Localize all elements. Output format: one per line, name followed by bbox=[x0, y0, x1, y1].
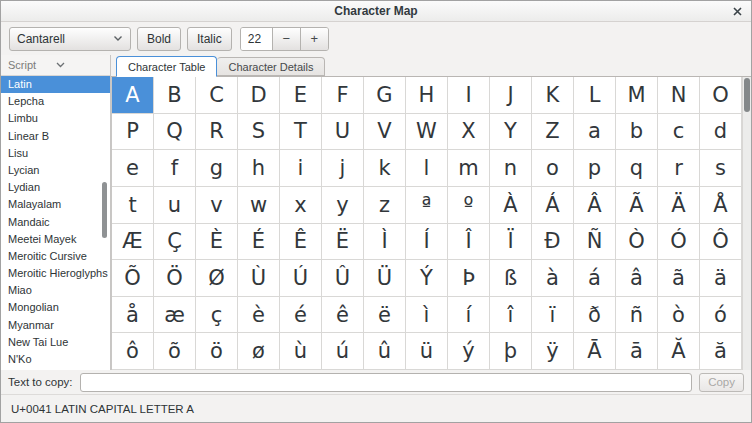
character-cell[interactable]: Ā bbox=[574, 333, 616, 370]
character-cell[interactable]: U bbox=[322, 114, 364, 151]
character-cell[interactable]: Á bbox=[532, 187, 574, 224]
character-cell[interactable]: ç bbox=[196, 297, 238, 334]
character-cell[interactable]: q bbox=[616, 150, 658, 187]
character-cell[interactable]: Ú bbox=[280, 260, 322, 297]
character-cell[interactable]: x bbox=[280, 187, 322, 224]
character-cell[interactable]: G bbox=[364, 77, 406, 114]
character-cell[interactable]: Ñ bbox=[574, 224, 616, 261]
character-cell[interactable]: Ç bbox=[154, 224, 196, 261]
character-cell[interactable]: Ý bbox=[406, 260, 448, 297]
character-cell[interactable]: Ï bbox=[490, 224, 532, 261]
sidebar-item-meroitic-cursive[interactable]: Meroitic Cursive bbox=[1, 248, 110, 265]
sidebar-item-lisu[interactable]: Lisu bbox=[1, 145, 110, 162]
grid-scrollbar-thumb[interactable] bbox=[744, 78, 750, 112]
character-cell[interactable]: ß bbox=[490, 260, 532, 297]
character-cell[interactable]: Ë bbox=[322, 224, 364, 261]
character-cell[interactable]: À bbox=[490, 187, 532, 224]
character-cell[interactable]: á bbox=[574, 260, 616, 297]
character-cell[interactable]: J bbox=[490, 77, 532, 114]
character-cell[interactable]: I bbox=[448, 77, 490, 114]
close-button[interactable] bbox=[731, 5, 744, 18]
character-cell[interactable]: Õ bbox=[112, 260, 154, 297]
character-cell[interactable]: à bbox=[532, 260, 574, 297]
font-size-value[interactable]: 22 bbox=[241, 28, 272, 50]
character-cell[interactable]: Ì bbox=[364, 224, 406, 261]
character-cell[interactable]: r bbox=[658, 150, 700, 187]
character-cell[interactable]: z bbox=[364, 187, 406, 224]
grid-scrollbar[interactable] bbox=[742, 77, 751, 370]
character-cell[interactable]: j bbox=[322, 150, 364, 187]
sidebar-item-mandaic[interactable]: Mandaic bbox=[1, 214, 110, 231]
character-cell[interactable]: h bbox=[238, 150, 280, 187]
sidebar-item-lydian[interactable]: Lydian bbox=[1, 179, 110, 196]
character-cell[interactable]: ñ bbox=[616, 297, 658, 334]
character-cell[interactable]: S bbox=[238, 114, 280, 151]
character-cell[interactable]: ì bbox=[406, 297, 448, 334]
character-cell[interactable]: ª bbox=[406, 187, 448, 224]
character-cell[interactable]: ā bbox=[616, 333, 658, 370]
character-cell[interactable]: ø bbox=[238, 333, 280, 370]
character-cell[interactable]: ü bbox=[406, 333, 448, 370]
sidebar-item-mongolian[interactable]: Mongolian bbox=[1, 299, 110, 316]
character-cell[interactable]: E bbox=[280, 77, 322, 114]
character-cell[interactable]: Z bbox=[532, 114, 574, 151]
character-cell[interactable]: s bbox=[700, 150, 742, 187]
tab-character-table[interactable]: Character Table bbox=[116, 56, 217, 77]
character-cell[interactable]: ó bbox=[700, 297, 742, 334]
character-cell[interactable]: w bbox=[238, 187, 280, 224]
character-cell[interactable]: ã bbox=[658, 260, 700, 297]
character-cell[interactable]: L bbox=[574, 77, 616, 114]
script-group-dropdown[interactable]: Script bbox=[1, 55, 110, 76]
character-cell[interactable]: T bbox=[280, 114, 322, 151]
character-cell[interactable]: Û bbox=[322, 260, 364, 297]
character-cell[interactable]: ö bbox=[196, 333, 238, 370]
character-cell[interactable]: i bbox=[280, 150, 322, 187]
character-cell[interactable]: Ô bbox=[700, 224, 742, 261]
tab-character-details[interactable]: Character Details bbox=[217, 57, 325, 76]
character-cell[interactable]: é bbox=[280, 297, 322, 334]
sidebar-item-meroitic-hieroglyphs[interactable]: Meroitic Hieroglyphs bbox=[1, 265, 110, 282]
character-cell[interactable]: Þ bbox=[448, 260, 490, 297]
sidebar-item-new-tai-lue[interactable]: New Tai Lue bbox=[1, 334, 110, 351]
character-cell[interactable]: k bbox=[364, 150, 406, 187]
copy-button[interactable]: Copy bbox=[699, 373, 744, 392]
character-cell[interactable]: ë bbox=[364, 297, 406, 334]
character-cell[interactable]: W bbox=[406, 114, 448, 151]
sidebar-item-ogham[interactable]: Ogham bbox=[1, 368, 110, 370]
character-cell[interactable]: É bbox=[238, 224, 280, 261]
character-cell[interactable]: ÿ bbox=[532, 333, 574, 370]
sidebar-item-lepcha[interactable]: Lepcha bbox=[1, 93, 110, 110]
character-cell[interactable]: Q bbox=[154, 114, 196, 151]
sidebar-item-latin[interactable]: Latin bbox=[1, 76, 110, 93]
character-cell[interactable]: æ bbox=[154, 297, 196, 334]
character-cell[interactable]: o bbox=[532, 150, 574, 187]
character-cell[interactable]: Ö bbox=[154, 260, 196, 297]
character-cell[interactable]: â bbox=[616, 260, 658, 297]
character-cell[interactable]: l bbox=[406, 150, 448, 187]
character-cell[interactable]: X bbox=[448, 114, 490, 151]
character-cell[interactable]: y bbox=[322, 187, 364, 224]
character-cell[interactable]: ê bbox=[322, 297, 364, 334]
character-cell[interactable]: Ê bbox=[280, 224, 322, 261]
increase-size-button[interactable]: + bbox=[300, 28, 328, 50]
font-family-dropdown[interactable]: Cantarell bbox=[9, 27, 131, 51]
character-cell[interactable]: º bbox=[448, 187, 490, 224]
character-cell[interactable]: b bbox=[616, 114, 658, 151]
character-cell[interactable]: n bbox=[490, 150, 532, 187]
character-cell[interactable]: O bbox=[700, 77, 742, 114]
character-cell[interactable]: C bbox=[196, 77, 238, 114]
sidebar-item-malayalam[interactable]: Malayalam bbox=[1, 196, 110, 213]
character-cell[interactable]: g bbox=[196, 150, 238, 187]
character-cell[interactable]: v bbox=[196, 187, 238, 224]
character-cell[interactable]: ý bbox=[448, 333, 490, 370]
sidebar-scrollbar[interactable] bbox=[102, 182, 107, 238]
character-cell[interactable]: Ã bbox=[616, 187, 658, 224]
character-cell[interactable]: Æ bbox=[112, 224, 154, 261]
character-cell[interactable]: Í bbox=[406, 224, 448, 261]
character-cell[interactable]: K bbox=[532, 77, 574, 114]
character-cell[interactable]: ú bbox=[322, 333, 364, 370]
character-cell[interactable]: Ø bbox=[196, 260, 238, 297]
character-cell[interactable]: ă bbox=[700, 333, 742, 370]
sidebar-item-miao[interactable]: Miao bbox=[1, 282, 110, 299]
character-cell[interactable]: f bbox=[154, 150, 196, 187]
